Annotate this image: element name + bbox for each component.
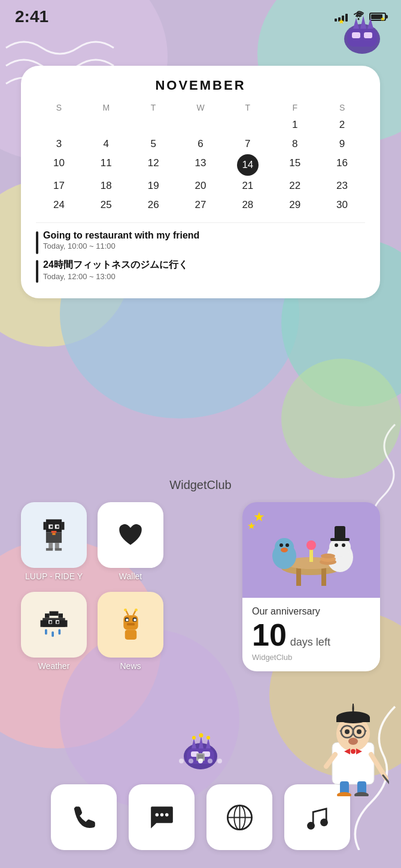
cal-day-30[interactable]: 30 [319,196,365,214]
cal-day-24[interactable]: 24 [36,196,82,214]
dow-fri: F [272,100,318,115]
svg-marker-95 [206,738,211,748]
cal-day-20[interactable]: 20 [178,177,224,195]
luup-app[interactable]: LUUP - RIDE Y [21,502,87,581]
svg-rect-44 [46,548,53,551]
cal-day-11[interactable]: 11 [83,154,129,176]
cal-day-19[interactable]: 19 [130,177,177,195]
weather-icon[interactable] [21,592,87,658]
svg-marker-7 [367,18,373,29]
svg-rect-67 [50,612,59,616]
cal-day-1[interactable]: 1 [272,116,318,134]
svg-line-84 [126,610,128,615]
svg-rect-13 [336,717,370,722]
svg-point-60 [342,543,345,547]
page-dot-4[interactable] [208,759,212,763]
status-time: 2:41 [15,7,48,26]
svg-point-55 [285,543,289,547]
safari-dock-icon[interactable] [206,784,272,850]
svg-point-20 [357,729,361,734]
cal-day-5[interactable]: 5 [130,135,177,153]
app-row-1: LUUP - RIDE Y Wallet [21,502,163,581]
cal-day-15[interactable]: 15 [272,154,318,176]
svg-point-110 [320,818,328,826]
anniversary-info: Our anniversary 10 days left WidgetClub [242,598,380,671]
cal-day-3[interactable]: 3 [36,135,82,153]
cal-day-26[interactable]: 26 [130,196,177,214]
dow-tue: T [130,100,177,115]
cal-day-22[interactable]: 22 [272,177,318,195]
svg-rect-34 [62,522,64,530]
svg-line-86 [133,610,135,615]
weather-app[interactable]: Weather [21,592,87,671]
cal-day-13[interactable]: 13 [178,154,224,176]
anniversary-number: 10 [252,619,287,650]
page-dot-5[interactable] [217,759,222,763]
messages-dock-icon[interactable] [129,784,195,850]
cal-day-21[interactable]: 21 [224,177,271,195]
cal-day-29[interactable]: 29 [272,196,318,214]
anniversary-title: Our anniversary [252,606,370,617]
cal-day-12[interactable]: 12 [130,154,177,176]
cal-day-25[interactable]: 25 [83,196,129,214]
widgetclub-main-label: WidgetClub [169,478,231,492]
svg-point-85 [124,608,127,611]
event-1-title: Going to restaurant with my friend [43,230,199,241]
svg-rect-45 [55,548,62,551]
luup-label: LUUP - RIDE Y [25,571,83,581]
cal-day-9[interactable]: 9 [319,135,365,153]
svg-marker-93 [192,738,196,748]
news-app[interactable]: News [98,592,163,671]
svg-rect-100 [198,754,203,759]
dow-sat: S [319,100,365,115]
cal-day-empty [130,116,177,134]
cal-day-8[interactable]: 8 [272,135,318,153]
wallet-app[interactable]: Wallet [98,502,163,581]
svg-marker-94 [199,736,203,748]
svg-point-98 [206,736,210,739]
svg-rect-66 [45,613,50,618]
svg-rect-40 [51,531,57,533]
dow-mon: M [83,100,129,115]
news-icon[interactable] [98,592,163,658]
cal-day-14-today[interactable]: 14 [237,154,259,176]
phone-dock-icon[interactable] [51,784,117,850]
page-dot-2[interactable] [189,759,193,763]
cal-day-16[interactable]: 16 [319,154,365,176]
cal-day-10[interactable]: 10 [36,154,82,176]
svg-text:★: ★ [380,16,385,22]
cal-day-2[interactable]: 2 [319,116,365,134]
svg-rect-32 [46,519,62,533]
cal-day-4[interactable]: 4 [83,135,129,153]
cal-day-17[interactable]: 17 [36,177,82,195]
svg-rect-2 [347,29,377,47]
cal-day-7[interactable]: 7 [224,135,271,153]
svg-rect-68 [59,613,63,618]
luup-icon[interactable] [21,502,87,568]
svg-rect-62 [335,526,345,539]
svg-rect-33 [44,522,46,530]
page-dot-3-active[interactable] [198,759,203,763]
svg-rect-4 [364,32,372,38]
svg-point-54 [280,543,283,547]
cal-day-18[interactable]: 18 [83,177,129,195]
svg-point-96 [192,736,196,739]
cal-day-27[interactable]: 27 [178,196,224,214]
svg-rect-77 [57,621,59,624]
anniversary-illustration: ★ ★ [242,502,380,598]
svg-rect-73 [59,629,61,635]
svg-point-109 [307,821,315,829]
dow-wed: W [178,100,224,115]
anniversary-days-label: days left [290,636,330,649]
page-dot-1[interactable] [179,759,184,763]
dow-sun: S [36,100,82,115]
cal-day-28[interactable]: 28 [224,196,271,214]
cal-day-6[interactable]: 6 [178,135,224,153]
anniversary-widget[interactable]: ★ ★ [242,502,380,671]
wallet-icon[interactable] [98,502,163,568]
calendar-grid: S M T W T F S 1 2 3 4 5 6 7 8 9 10 11 12… [36,100,365,214]
svg-point-21 [348,738,358,745]
cal-day-23[interactable]: 23 [319,177,365,195]
svg-point-24 [351,749,356,754]
calendar-character [317,701,389,796]
